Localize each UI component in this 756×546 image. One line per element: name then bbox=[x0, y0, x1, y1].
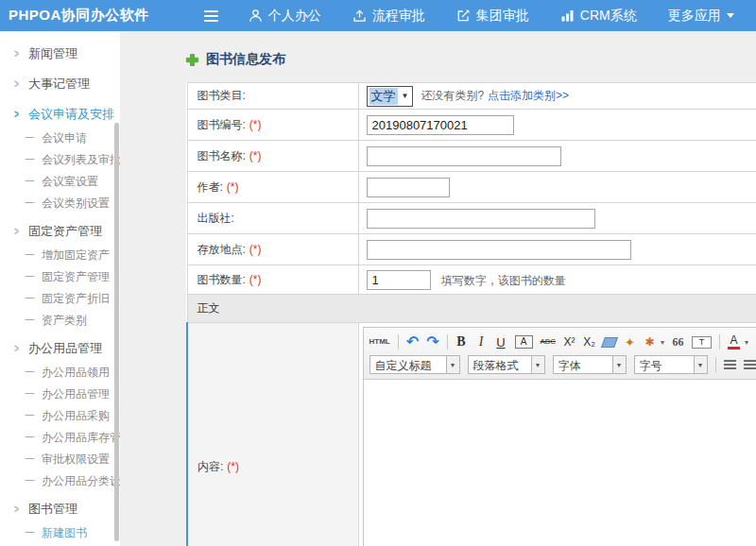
quantity-input[interactable] bbox=[367, 270, 431, 290]
field-label: 图书编号: bbox=[198, 118, 246, 131]
form-row-category: 图书类目: 文学 ▼ 还没有类别? 点击添加类别>> bbox=[187, 83, 756, 110]
category-label-cell: 图书类目: bbox=[187, 83, 358, 110]
nav-personal-office[interactable]: 个人办公 bbox=[249, 8, 321, 25]
paste-text-button[interactable]: T bbox=[692, 336, 712, 349]
caret-down-icon: ▾ bbox=[745, 338, 748, 347]
undo-icon[interactable]: ↶ bbox=[406, 334, 419, 350]
sidebar-item-meeting-category[interactable]: 一 会议类别设置 bbox=[0, 193, 120, 214]
required-mark: (*) bbox=[227, 180, 239, 194]
sidebar-item-supplies-claim[interactable]: 一 办公用品领用 bbox=[0, 362, 120, 384]
strikethrough-button[interactable]: ABC bbox=[541, 338, 556, 346]
location-input[interactable] bbox=[367, 240, 631, 260]
category-select[interactable]: 文学 ▼ bbox=[367, 86, 414, 107]
sidebar-item-label: 固定资产折旧 bbox=[42, 291, 110, 307]
nav-workflow-approval[interactable]: 流程审批 bbox=[352, 8, 425, 25]
sidebar-item-asset-manage[interactable]: 一 固定资产管理 bbox=[0, 266, 120, 288]
font-border-button[interactable]: A bbox=[515, 335, 533, 349]
required-mark: (*) bbox=[249, 273, 262, 286]
align-center-icon[interactable] bbox=[744, 360, 756, 370]
subscript-button[interactable]: X₂ bbox=[583, 336, 595, 348]
sidebar-group-meetings: > 会议申请及安排 一 会议申请 一 会议列表及审批 一 会议室设置 一 会 bbox=[0, 101, 120, 214]
dash-icon: 一 bbox=[25, 314, 35, 328]
caret-down-icon: ▾ bbox=[661, 338, 664, 347]
sidebar-item-label: 会议类别设置 bbox=[42, 196, 110, 212]
sidebar-group-title-supplies[interactable]: > 办公用品管理 bbox=[0, 335, 120, 362]
sidebar-item-asset-add[interactable]: 一 增加固定资产 bbox=[0, 245, 120, 266]
nav-label: CRM系统 bbox=[580, 8, 637, 25]
italic-button[interactable]: I bbox=[475, 335, 488, 349]
source-code-button[interactable]: HTML bbox=[369, 338, 390, 346]
align-left-icon[interactable] bbox=[724, 360, 736, 370]
group-approval-icon bbox=[456, 9, 471, 23]
custom-title-select[interactable]: 自定义标题▼ bbox=[369, 355, 460, 374]
sidebar-item-meeting-apply[interactable]: 一 会议申请 bbox=[0, 128, 120, 149]
superscript-button[interactable]: X² bbox=[563, 336, 576, 348]
sidebar-item-supplies-category[interactable]: 一 办公用品分类设置 bbox=[0, 470, 120, 492]
sidebar-group-memorabilia: > 大事记管理 bbox=[0, 71, 120, 97]
font-color-dropdown[interactable]: A▾ bbox=[728, 334, 748, 350]
sidebar-item-label: 增加固定资产 bbox=[42, 247, 110, 264]
required-mark: (*) bbox=[249, 118, 262, 131]
select-arrow-icon: ▼ bbox=[398, 92, 413, 100]
nav-label: 流程审批 bbox=[372, 8, 425, 25]
section-title: 正文 bbox=[187, 295, 756, 323]
sidebar-group-label: 会议申请及安排 bbox=[28, 106, 114, 123]
author-input[interactable] bbox=[367, 178, 450, 197]
sidebar-item-label: 办公用品管理 bbox=[42, 386, 110, 402]
caret-down-icon: ▼ bbox=[694, 356, 707, 373]
sidebar-scrollbar[interactable] bbox=[114, 123, 119, 541]
publisher-input[interactable] bbox=[367, 209, 595, 229]
chevron-right-icon: > bbox=[14, 108, 19, 121]
dash-icon: 一 bbox=[25, 292, 35, 306]
sidebar-group-label: 办公用品管理 bbox=[28, 340, 102, 357]
sidebar-group-title-books[interactable]: > 图书管理 bbox=[0, 496, 120, 522]
bold-button[interactable]: B bbox=[455, 335, 468, 349]
dash-icon: 一 bbox=[25, 270, 35, 284]
paragraph-format-select[interactable]: 段落格式▼ bbox=[468, 355, 545, 374]
nav-crm-system[interactable]: CRM系统 bbox=[560, 8, 637, 25]
underline-button[interactable]: U bbox=[495, 336, 507, 349]
sidebar-item-supplies-manage[interactable]: 一 办公用品管理 bbox=[0, 384, 120, 405]
form-row-content: 内容:(*) HTML ↶ ↷ B bbox=[187, 323, 756, 546]
editor-toolbar: HTML ↶ ↷ B I U A ABC bbox=[364, 328, 756, 380]
dash-icon: 一 bbox=[25, 526, 35, 540]
form-row-quantity: 图书数量:(*) 填写数字，该图书的数量 bbox=[187, 265, 756, 295]
form-row-book-no: 图书编号:(*) bbox=[187, 110, 756, 141]
blockquote-button[interactable]: 66 bbox=[672, 336, 684, 348]
nav-label: 个人办公 bbox=[268, 8, 321, 25]
font-size-select[interactable]: 字号▼ bbox=[634, 355, 708, 374]
sidebar-item-book-new[interactable]: 一 新建图书 bbox=[0, 522, 120, 544]
sidebar-group-title-meetings[interactable]: > 会议申请及安排 bbox=[0, 101, 120, 128]
sidebar-item-approval-permission[interactable]: 一 审批权限设置 bbox=[0, 449, 120, 470]
person-icon bbox=[249, 9, 263, 23]
toolbar-separator bbox=[719, 334, 720, 350]
form-row-author: 作者:(*) bbox=[187, 172, 756, 203]
sidebar-item-supplies-purchase[interactable]: 一 办公用品采购 bbox=[0, 405, 120, 427]
sidebar-item-label: 会议申请 bbox=[42, 130, 87, 146]
book-no-input[interactable] bbox=[367, 115, 514, 135]
sidebar-group-title-memorabilia[interactable]: > 大事记管理 bbox=[0, 71, 120, 97]
sidebar-group-title-news[interactable]: > 新闻管理 bbox=[0, 41, 120, 67]
sidebar-item-asset-category[interactable]: 一 资产类别 bbox=[0, 310, 120, 332]
format-painter-icon[interactable]: ✦ bbox=[624, 336, 636, 349]
category-selected-value: 文学 bbox=[369, 88, 398, 105]
menu-toggle-icon[interactable] bbox=[204, 10, 218, 22]
toolbar-separator bbox=[447, 334, 448, 350]
book-name-input[interactable] bbox=[367, 146, 561, 166]
redo-icon[interactable]: ↷ bbox=[426, 334, 438, 350]
sidebar-item-supplies-inventory[interactable]: 一 办公用品库存管理 bbox=[0, 427, 120, 449]
nav-group-approval[interactable]: 集团审批 bbox=[456, 8, 529, 25]
sidebar-group-title-assets[interactable]: > 固定资产管理 bbox=[0, 218, 120, 245]
font-family-select[interactable]: 字体▼ bbox=[553, 355, 627, 374]
caret-down-icon bbox=[727, 13, 734, 18]
nav-more-apps[interactable]: 更多应用 bbox=[668, 8, 734, 25]
clear-format-icon[interactable] bbox=[601, 337, 618, 348]
editor-content-area[interactable] bbox=[364, 380, 756, 546]
add-category-link[interactable]: 点击添加类别>> bbox=[488, 88, 569, 104]
sidebar-item-meeting-room[interactable]: 一 会议室设置 bbox=[0, 171, 120, 193]
app-logo: PHPOA协同办公软件 bbox=[0, 7, 149, 25]
form-section-body: 正文 bbox=[187, 295, 756, 323]
sidebar-item-meeting-list[interactable]: 一 会议列表及审批 bbox=[0, 149, 120, 171]
color-palette-dropdown[interactable]: ✱▾ bbox=[644, 336, 664, 348]
sidebar-item-asset-depreciation[interactable]: 一 固定资产折旧 bbox=[0, 288, 120, 310]
